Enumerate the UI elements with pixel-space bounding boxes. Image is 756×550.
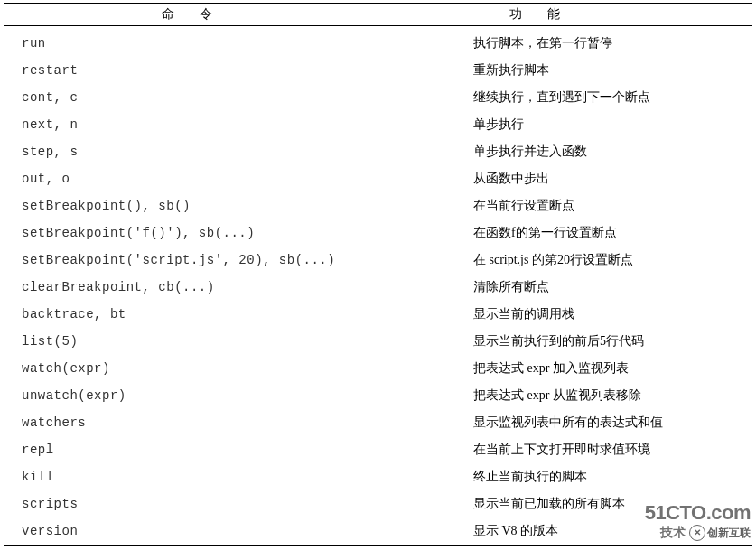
table-row: unwatch(expr)把表达式 expr 从监视列表移除 <box>4 382 752 409</box>
table-row: version显示 V8 的版本 <box>4 517 752 545</box>
table-row: run执行脚本，在第一行暂停 <box>4 30 752 57</box>
table-row: watch(expr)把表达式 expr 加入监视列表 <box>4 355 752 382</box>
description-cell: 把表达式 expr 加入监视列表 <box>473 355 752 382</box>
description-cell: 显示监视列表中所有的表达式和值 <box>473 409 752 436</box>
table-row: step, s单步执行并进入函数 <box>4 138 752 165</box>
command-cell: setBreakpoint('script.js', 20), sb(...) <box>4 247 473 274</box>
command-cell: scripts <box>4 490 473 517</box>
description-cell: 显示当前已加载的所有脚本 <box>473 490 752 517</box>
command-cell: kill <box>4 463 473 490</box>
table-row: out, o从函数中步出 <box>4 165 752 192</box>
command-cell: cont, c <box>4 84 473 111</box>
command-cell: repl <box>4 436 473 463</box>
table-row: clearBreakpoint, cb(...)清除所有断点 <box>4 274 752 301</box>
command-cell: version <box>4 517 473 545</box>
command-cell: run <box>4 30 473 57</box>
command-cell: clearBreakpoint, cb(...) <box>4 274 473 301</box>
rule-header-bottom <box>4 25 752 26</box>
description-cell: 清除所有断点 <box>473 274 752 301</box>
header-function: 功能 <box>509 6 585 23</box>
table-row: kill终止当前执行的脚本 <box>4 463 752 490</box>
description-cell: 在当前行设置断点 <box>473 192 752 219</box>
rule-bottom <box>4 545 752 546</box>
table-row: cont, c继续执行，直到遇到下一个断点 <box>4 84 752 111</box>
rule-top <box>4 3 752 4</box>
command-cell: out, o <box>4 165 473 192</box>
table-body: run执行脚本，在第一行暂停restart重新执行脚本cont, c继续执行，直… <box>4 30 752 541</box>
table-row: next, n单步执行 <box>4 111 752 138</box>
table-row: backtrace, bt显示当前的调用栈 <box>4 301 752 328</box>
table-row: restart重新执行脚本 <box>4 57 752 84</box>
command-cell: unwatch(expr) <box>4 382 473 409</box>
description-cell: 在函数f的第一行设置断点 <box>473 219 752 247</box>
description-cell: 显示当前的调用栈 <box>473 301 752 328</box>
table-row: scripts显示当前已加载的所有脚本 <box>4 490 752 517</box>
description-cell: 单步执行 <box>473 111 752 138</box>
command-cell: watchers <box>4 409 473 436</box>
page: 命令 功能 run执行脚本，在第一行暂停restart重新执行脚本cont, c… <box>0 0 756 550</box>
table-row: watchers显示监视列表中所有的表达式和值 <box>4 409 752 436</box>
description-cell: 在当前上下文打开即时求值环境 <box>473 436 752 463</box>
command-cell: restart <box>4 57 473 84</box>
table-row: setBreakpoint('script.js', 20), sb(...)在… <box>4 247 752 274</box>
command-cell: setBreakpoint('f()'), sb(...) <box>4 219 473 247</box>
table-row: setBreakpoint(), sb()在当前行设置断点 <box>4 192 752 219</box>
description-cell: 终止当前执行的脚本 <box>473 463 752 490</box>
table-row: setBreakpoint('f()'), sb(...)在函数f的第一行设置断… <box>4 219 752 247</box>
command-cell: backtrace, bt <box>4 301 473 328</box>
command-cell: list(5) <box>4 328 473 355</box>
description-cell: 继续执行，直到遇到下一个断点 <box>473 84 752 111</box>
table-row: repl在当前上下文打开即时求值环境 <box>4 436 752 463</box>
command-cell: setBreakpoint(), sb() <box>4 192 473 219</box>
description-cell: 单步执行并进入函数 <box>473 138 752 165</box>
table-header: 命令 功能 <box>4 5 752 24</box>
description-cell: 把表达式 expr 从监视列表移除 <box>473 382 752 409</box>
description-cell: 显示 V8 的版本 <box>473 517 752 545</box>
command-cell: next, n <box>4 111 473 138</box>
header-command: 命令 <box>162 6 238 23</box>
description-cell: 从函数中步出 <box>473 165 752 192</box>
table-row: list(5)显示当前执行到的前后5行代码 <box>4 328 752 355</box>
description-cell: 重新执行脚本 <box>473 57 752 84</box>
command-cell: watch(expr) <box>4 355 473 382</box>
description-cell: 执行脚本，在第一行暂停 <box>473 30 752 57</box>
command-cell: step, s <box>4 138 473 165</box>
description-cell: 在 script.js 的第20行设置断点 <box>473 247 752 274</box>
description-cell: 显示当前执行到的前后5行代码 <box>473 328 752 355</box>
